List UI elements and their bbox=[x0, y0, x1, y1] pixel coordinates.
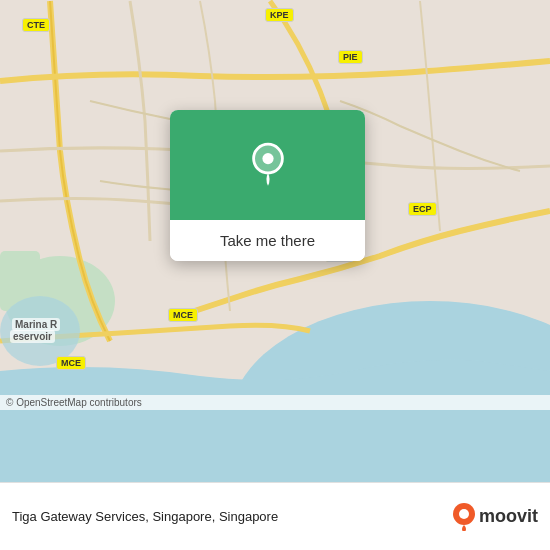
map-container[interactable]: CTE KPE PIE ECP ECP MCE MCE Marina R ese… bbox=[0, 0, 550, 482]
bottom-bar: Tiga Gateway Services, Singapore, Singap… bbox=[0, 482, 550, 550]
mce-badge-2: MCE bbox=[56, 356, 86, 370]
moovit-logo[interactable]: moovit bbox=[453, 503, 538, 531]
map-attribution: © OpenStreetMap contributors bbox=[0, 395, 550, 410]
mce-badge-1: MCE bbox=[168, 308, 198, 322]
ecp-badge-1: ECP bbox=[408, 202, 437, 216]
svg-point-8 bbox=[262, 153, 273, 164]
svg-point-10 bbox=[459, 509, 469, 519]
location-pin-icon bbox=[244, 141, 292, 189]
popup-card: Take me there bbox=[170, 110, 365, 261]
app: CTE KPE PIE ECP ECP MCE MCE Marina R ese… bbox=[0, 0, 550, 550]
moovit-pin-icon bbox=[453, 503, 475, 531]
take-me-there-button[interactable]: Take me there bbox=[170, 220, 365, 261]
moovit-text: moovit bbox=[479, 506, 538, 527]
kpe-badge: KPE bbox=[265, 8, 294, 22]
reservoir-label: eservoir bbox=[10, 330, 55, 343]
location-name: Tiga Gateway Services, Singapore, Singap… bbox=[12, 509, 445, 524]
popup-header bbox=[170, 110, 365, 220]
cte-badge: CTE bbox=[22, 18, 50, 32]
pie-badge: PIE bbox=[338, 50, 363, 64]
